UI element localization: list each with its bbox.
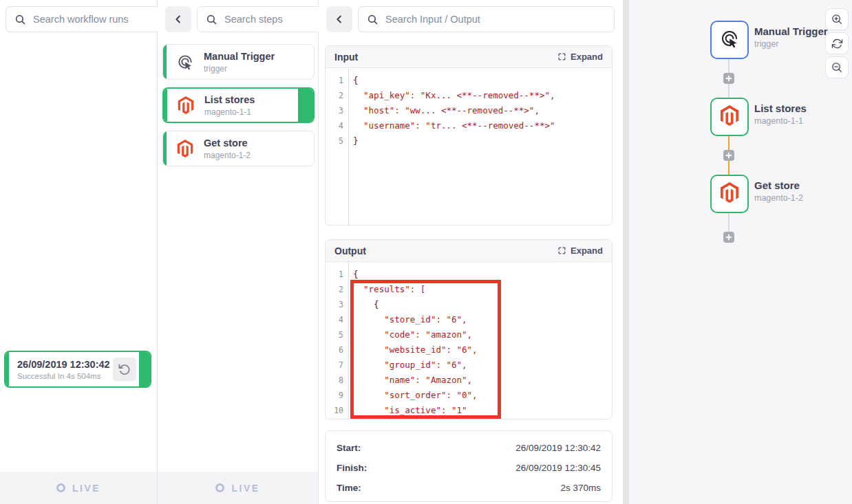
node-title: Manual Trigger xyxy=(754,25,828,37)
zoom-out-button[interactable] xyxy=(825,56,849,78)
node-subtitle: magento-1-2 xyxy=(754,193,803,203)
live-indicator-icon xyxy=(56,483,65,492)
node-subtitle: trigger xyxy=(754,39,828,49)
time-label: Time: xyxy=(337,483,361,493)
live-label: LIVE xyxy=(231,483,259,494)
magento-icon xyxy=(719,182,740,206)
finish-label: Finish: xyxy=(337,463,367,473)
step-accent xyxy=(163,131,167,166)
step-subtitle: trigger xyxy=(204,64,275,74)
chevron-left-icon xyxy=(172,13,184,25)
node-label-list-stores: List stores magento-1-1 xyxy=(754,102,807,126)
canvas-controls xyxy=(825,8,849,78)
step-title: List stores xyxy=(204,94,255,105)
input-expand-button[interactable]: Expand xyxy=(557,52,603,62)
input-json-code: { "api_key": "Kx... <**--removed--**>", … xyxy=(349,68,612,226)
search-icon xyxy=(367,14,379,25)
node-get-store[interactable] xyxy=(710,175,749,213)
plus-icon xyxy=(725,233,733,241)
run-status: Successful In 4s 504ms xyxy=(17,372,110,380)
stat-row-time: Time: 2s 370ms xyxy=(337,478,601,498)
step-subtitle: magento-1-1 xyxy=(204,107,255,117)
back-button-io[interactable] xyxy=(326,6,352,32)
node-manual-trigger[interactable] xyxy=(710,21,749,59)
node-title: List stores xyxy=(754,102,807,114)
node-title: Get store xyxy=(754,179,803,191)
step-card-get-store[interactable]: Get store magento-1-2 xyxy=(162,131,315,166)
node-label-get-store: Get store magento-1-2 xyxy=(754,179,803,203)
step-subtitle: magento-1-2 xyxy=(204,151,251,160)
workflow-runs-panel: 26/09/2019 12:30:42 Successful In 4s 504… xyxy=(0,0,158,504)
io-search-input[interactable] xyxy=(385,14,606,25)
manual-trigger-icon xyxy=(719,28,740,52)
zoom-out-icon xyxy=(831,61,843,74)
io-search[interactable] xyxy=(358,6,615,32)
step-title: Get store xyxy=(204,138,251,149)
step-title: Manual Trigger xyxy=(204,51,275,62)
node-label-manual-trigger: Manual Trigger trigger xyxy=(754,25,828,49)
input-code-viewer[interactable]: 1 2 3 4 5 { "api_key": "Kx... <**--remov… xyxy=(326,68,612,226)
live-indicator-icon xyxy=(215,483,224,492)
refresh-icon xyxy=(831,38,843,50)
step-accent xyxy=(163,45,167,79)
live-label: LIVE xyxy=(72,483,100,494)
output-code-viewer[interactable]: 1 2 3 4 5 6 7 8 9 10 { "results": [ { "s… xyxy=(326,262,612,419)
io-panel: Input Expand 1 2 3 4 5 { "api_key": "Kx.… xyxy=(319,0,623,504)
line-numbers: 1 2 3 4 5 6 7 8 9 10 xyxy=(326,262,349,419)
input-panel-title: Input xyxy=(334,52,358,63)
run-timestamp: 26/09/2019 12:30:42 xyxy=(17,359,110,370)
connector-line xyxy=(728,213,729,232)
output-panel-title: Output xyxy=(334,245,366,256)
run-card-accent-right xyxy=(139,352,151,386)
stat-row-start: Start: 26/09/2019 12:30:42 xyxy=(337,438,601,458)
live-toggle-runs[interactable]: LIVE xyxy=(0,472,157,504)
node-subtitle: magento-1-1 xyxy=(754,116,807,126)
node-list-stores[interactable] xyxy=(710,98,749,136)
scrollbar-strip[interactable] xyxy=(623,0,629,504)
output-expand-label: Expand xyxy=(571,245,603,256)
zoom-in-button[interactable] xyxy=(825,8,849,30)
step-accent xyxy=(164,89,167,122)
plus-icon xyxy=(725,151,733,160)
add-step-button[interactable] xyxy=(723,150,734,161)
steps-list: Manual Trigger trigger List stores magen… xyxy=(162,44,315,174)
workflow-runs-search[interactable] xyxy=(6,6,171,32)
zoom-in-icon xyxy=(831,13,843,25)
add-step-button[interactable] xyxy=(723,73,734,84)
run-card[interactable]: 26/09/2019 12:30:42 Successful In 4s 504… xyxy=(4,351,151,388)
input-expand-label: Expand xyxy=(571,52,603,62)
workflow-canvas[interactable]: Manual Trigger trigger List stores magen… xyxy=(629,0,852,504)
replay-icon xyxy=(118,363,131,376)
step-accent-right xyxy=(298,89,313,122)
search-icon xyxy=(14,14,26,25)
output-expand-button[interactable]: Expand xyxy=(557,245,603,256)
step-card-manual-trigger[interactable]: Manual Trigger trigger xyxy=(162,44,315,80)
time-value: 2s 370ms xyxy=(560,483,601,493)
search-icon xyxy=(206,14,217,25)
finish-value: 26/09/2019 12:30:45 xyxy=(515,463,601,473)
step-card-list-stores[interactable]: List stores magento-1-1 xyxy=(162,87,315,123)
chevron-left-icon xyxy=(333,13,345,25)
output-panel: Output Expand 1 2 3 4 5 6 7 8 9 10 { xyxy=(325,239,613,419)
live-toggle-steps[interactable]: LIVE xyxy=(158,472,318,504)
reset-view-button[interactable] xyxy=(825,32,849,54)
output-json-code: { "results": [ { "store_id": "6", "code"… xyxy=(349,262,612,419)
input-panel: Input Expand 1 2 3 4 5 { "api_key": "Kx.… xyxy=(325,45,613,226)
magento-icon xyxy=(177,96,195,114)
stat-row-finish: Finish: 26/09/2019 12:30:45 xyxy=(337,458,601,478)
start-value: 26/09/2019 12:30:42 xyxy=(515,443,601,453)
replay-run-button[interactable] xyxy=(113,358,136,381)
manual-trigger-icon xyxy=(176,53,194,71)
magento-icon xyxy=(176,140,194,157)
workflow-runs-search-input[interactable] xyxy=(33,14,162,25)
steps-panel: Manual Trigger trigger List stores magen… xyxy=(158,0,319,504)
line-numbers: 1 2 3 4 5 xyxy=(326,68,349,226)
plus-icon xyxy=(725,74,733,83)
add-step-button[interactable] xyxy=(723,232,734,243)
run-stats-card: Start: 26/09/2019 12:30:42 Finish: 26/09… xyxy=(325,430,613,502)
expand-icon xyxy=(557,52,566,61)
expand-icon xyxy=(557,246,566,255)
start-label: Start: xyxy=(337,443,361,453)
back-button-steps[interactable] xyxy=(165,6,191,32)
magento-icon xyxy=(719,105,740,129)
